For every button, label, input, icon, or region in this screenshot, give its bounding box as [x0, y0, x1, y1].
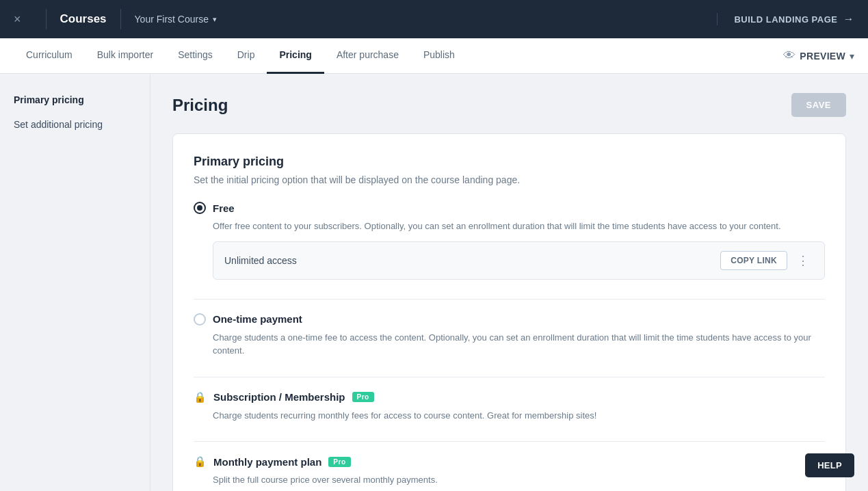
build-landing-page-button[interactable]: BUILD LANDING PAGE →	[717, 13, 854, 25]
divider	[194, 299, 825, 300]
radio-free[interactable]	[194, 202, 206, 214]
sidebar: Primary pricing Set additional pricing	[0, 74, 150, 491]
tab-after-purchase[interactable]: After purchase	[324, 38, 411, 74]
access-actions: COPY LINK ⋮	[720, 250, 813, 271]
save-button[interactable]: SAVE	[791, 93, 846, 117]
chevron-down-icon: ▾	[213, 15, 217, 24]
option-desc-free: Offer free content to your subscribers. …	[213, 220, 825, 233]
pricing-option-one-time: One-time payment Charge students a one-t…	[194, 313, 825, 358]
access-box: Unlimited access COPY LINK ⋮	[213, 241, 825, 280]
preview-label: PREVIEW	[800, 51, 845, 62]
tab-navigation: Curriculum Bulk importer Settings Drip P…	[0, 38, 868, 74]
page-header: Pricing SAVE	[172, 93, 846, 117]
option-header-monthly: 🔒 Monthly payment plan Pro	[194, 455, 825, 468]
tab-publish[interactable]: Publish	[411, 38, 467, 74]
app-title: Courses	[60, 12, 107, 26]
radio-one-time-payment[interactable]	[194, 313, 206, 326]
option-label-free: Free	[213, 202, 235, 214]
option-desc-monthly: Split the full course price over several…	[213, 473, 825, 487]
divider	[194, 377, 825, 377]
pricing-option-monthly: 🔒 Monthly payment plan Pro Split the ful…	[194, 455, 825, 487]
course-name: Your First Course	[135, 14, 209, 25]
tab-pricing[interactable]: Pricing	[267, 38, 324, 74]
preview-button[interactable]: 👁 PREVIEW ▾	[783, 49, 854, 63]
divider	[120, 9, 121, 29]
build-landing-page-label: BUILD LANDING PAGE	[734, 14, 837, 25]
option-desc-subscription: Charge students recurring monthly fees f…	[213, 409, 825, 423]
option-header-one-time: One-time payment	[194, 313, 825, 326]
course-selector[interactable]: Your First Course ▾	[135, 14, 217, 25]
copy-link-button[interactable]: COPY LINK	[720, 251, 787, 270]
close-icon[interactable]: ×	[14, 12, 21, 27]
pro-badge-subscription: Pro	[352, 392, 374, 402]
main-content: Pricing SAVE Primary pricing Set the ini…	[150, 74, 868, 491]
main-layout: Primary pricing Set additional pricing P…	[0, 74, 868, 491]
sidebar-item-set-additional-pricing[interactable]: Set additional pricing	[0, 112, 150, 137]
access-label: Unlimited access	[224, 255, 297, 266]
option-label-subscription: Subscription / Membership	[213, 391, 345, 403]
page-title: Pricing	[172, 96, 228, 115]
help-button[interactable]: HELP	[805, 453, 854, 477]
pricing-option-free: Free Offer free content to your subscrib…	[194, 202, 825, 280]
sidebar-item-primary-pricing[interactable]: Primary pricing	[0, 88, 150, 112]
tab-drip[interactable]: Drip	[225, 38, 267, 74]
option-label-monthly: Monthly payment plan	[213, 456, 321, 468]
option-header-subscription: 🔒 Subscription / Membership Pro	[194, 391, 825, 403]
card-title: Primary pricing	[194, 155, 825, 169]
tab-settings[interactable]: Settings	[166, 38, 225, 74]
divider	[46, 9, 47, 29]
tab-curriculum[interactable]: Curriculum	[14, 38, 85, 74]
pricing-option-subscription: 🔒 Subscription / Membership Pro Charge s…	[194, 391, 825, 423]
lock-icon-subscription: 🔒	[194, 391, 207, 403]
eye-icon: 👁	[783, 49, 795, 63]
card-description: Set the initial pricing option that will…	[194, 174, 825, 185]
lock-icon-monthly: 🔒	[194, 455, 207, 468]
arrow-right-icon: →	[843, 13, 855, 25]
chevron-down-icon: ▾	[850, 51, 854, 62]
pricing-card: Primary pricing Set the initial pricing …	[172, 133, 846, 491]
pro-badge-monthly: Pro	[328, 457, 350, 467]
tab-bulk-importer[interactable]: Bulk importer	[85, 38, 166, 74]
option-header-free: Free	[194, 202, 825, 214]
divider	[194, 441, 825, 442]
top-bar: × Courses Your First Course ▾ BUILD LAND…	[0, 0, 868, 38]
option-desc-one-time: Charge students a one-time fee to access…	[213, 331, 825, 358]
more-options-button[interactable]: ⋮	[793, 250, 813, 271]
option-label-one-time: One-time payment	[213, 313, 302, 325]
